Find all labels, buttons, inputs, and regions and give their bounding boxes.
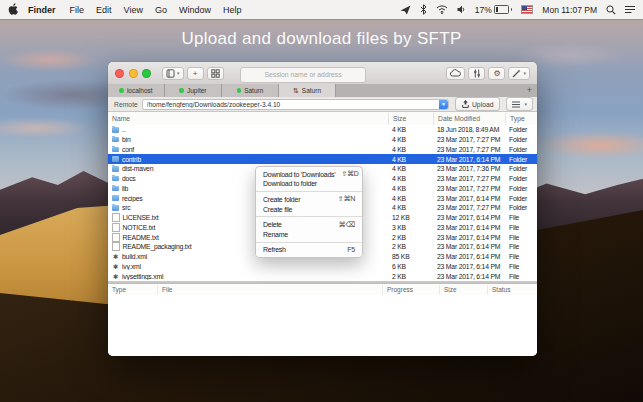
upload-button[interactable]: Upload <box>455 97 501 111</box>
menu-item-shortcut: F5 <box>347 246 355 253</box>
menu-clock[interactable]: Mon 11:07 PM <box>542 5 597 15</box>
tab-label: Saturn <box>244 87 263 94</box>
toolbar-right-buttons: ⚙ ▾ <box>443 67 530 80</box>
menu-separator <box>256 216 362 217</box>
table-row[interactable]: contrib4 KB23 Mar 2017, 6:14 PMFolder <box>108 154 537 164</box>
context-menu-item-refresh[interactable]: RefreshF5 <box>256 245 362 255</box>
notification-center-icon[interactable] <box>625 5 635 14</box>
bluetooth-icon[interactable] <box>420 4 427 15</box>
column-status[interactable]: Status <box>487 285 537 295</box>
table-row[interactable]: ✱ivysettings.xml2 KB23 Mar 2017, 6:14 PM… <box>108 271 537 281</box>
tab-saturn[interactable]: Saturn <box>222 84 279 97</box>
table-row[interactable]: bin4 KB23 Mar 2017, 7:27 PMFolder <box>108 135 537 145</box>
menu-item-file[interactable]: File <box>70 5 85 15</box>
cloud-button[interactable] <box>446 67 465 80</box>
menu-app-name[interactable]: Finder <box>28 5 56 15</box>
file-size-cell: 4 KB <box>388 126 433 133</box>
file-name: bin <box>122 136 130 143</box>
context-menu-item-create-file[interactable]: Create file <box>256 204 362 214</box>
spotlight-search-icon[interactable] <box>606 5 616 15</box>
connected-status-dot <box>119 88 124 93</box>
file-type-cell: Folder <box>505 156 537 163</box>
wifi-icon[interactable] <box>436 5 448 14</box>
minimize-button[interactable] <box>129 69 138 78</box>
column-progress[interactable]: Progress <box>382 285 439 295</box>
file-modified-cell: 23 Mar 2017, 7:27 PM <box>433 204 505 211</box>
file-modified-cell: 23 Mar 2017, 6:14 PM <box>433 214 505 221</box>
file-size-cell: 12 KB <box>388 214 433 221</box>
file-modified-cell: 23 Mar 2017, 7:27 PM <box>433 136 505 143</box>
transfer-table-body <box>108 295 537 356</box>
add-tab-button[interactable]: + <box>527 85 532 96</box>
search-input[interactable] <box>240 67 366 83</box>
file-name: lib <box>122 185 128 192</box>
menu-item-window[interactable]: Window <box>179 5 211 15</box>
hamburger-icon <box>512 101 520 108</box>
column-date-modified[interactable]: Date Modified <box>433 113 505 125</box>
folder-icon <box>112 156 119 162</box>
tab-jupiter[interactable]: Jupiter <box>165 84 222 97</box>
column-size[interactable]: Size <box>388 113 433 125</box>
list-options-button[interactable]: ▾ <box>506 97 533 111</box>
tools-wand-button[interactable]: ▾ <box>508 67 530 80</box>
battery-icon <box>494 5 509 14</box>
tab-localhost[interactable]: localhost <box>108 84 165 97</box>
zoom-button[interactable] <box>142 69 151 78</box>
sftp-app-window: ▾ + ⚙ ▾ localhostJupiterSaturn⇅Saturn + … <box>108 62 537 356</box>
file-icon <box>112 223 120 232</box>
context-menu-item-create-folder[interactable]: Create folder⇧⌘N <box>256 195 362 205</box>
file-name-cell: conf <box>108 146 388 153</box>
input-language-flag-icon[interactable] <box>521 5 533 14</box>
context-menu-item-download-to-folder[interactable]: Download to folder <box>256 179 362 189</box>
menu-item-label: Rename <box>263 231 288 238</box>
tab-label: localhost <box>127 87 153 94</box>
session-grid-button[interactable] <box>207 67 224 80</box>
file-name-cell: bin <box>108 136 388 143</box>
file-modified-cell: 23 Mar 2017, 7:27 PM <box>433 175 505 182</box>
menu-items: FileEditViewGoWindowHelp <box>58 5 242 15</box>
menu-item-view[interactable]: View <box>124 5 143 15</box>
apple-menu-icon[interactable] <box>8 3 19 17</box>
context-menu-item-download-to-downloads[interactable]: Download to 'Downloads'⇧⌘D <box>256 170 362 180</box>
context-menu-item-rename[interactable]: Rename <box>256 229 362 239</box>
chevron-down-icon: ▾ <box>523 70 526 76</box>
file-icon <box>112 233 120 242</box>
file-type-cell: File <box>505 263 537 270</box>
column-name[interactable]: Name <box>108 113 388 125</box>
menu-item-go[interactable]: Go <box>155 5 167 15</box>
tab-saturn[interactable]: ⇅Saturn <box>279 84 336 97</box>
upload-label: Upload <box>472 101 494 108</box>
table-row[interactable]: conf4 KB23 Mar 2017, 7:27 PMFolder <box>108 145 537 155</box>
file-name-cell: contrib <box>108 156 388 163</box>
settings-gear-button[interactable]: ⚙ <box>488 67 505 80</box>
send-icon[interactable] <box>400 5 411 15</box>
path-dropdown-button[interactable]: ▼ <box>439 100 448 109</box>
column-size[interactable]: Size <box>439 285 487 295</box>
file-type-cell: File <box>505 253 537 260</box>
file-size-cell: 4 KB <box>388 185 433 192</box>
column-file[interactable]: File <box>157 285 382 295</box>
file-size-cell: 4 KB <box>388 195 433 202</box>
menu-item-help[interactable]: Help <box>223 5 242 15</box>
context-menu-item-delete[interactable]: Delete⌘⌫ <box>256 220 362 230</box>
transfer-arrows-icon: ⇅ <box>293 87 299 94</box>
file-type-cell: Folder <box>505 195 537 202</box>
column-type[interactable]: Type <box>505 113 537 125</box>
table-row[interactable]: ✱ivy.xml6 KB23 Mar 2017, 6:14 PMFile <box>108 262 537 272</box>
sliders-button[interactable] <box>468 67 485 80</box>
file-size-cell: 4 KB <box>388 165 433 172</box>
new-session-button[interactable]: + <box>187 67 204 80</box>
table-row[interactable]: ..4 KB18 Jun 2018, 8:49 AMFolder <box>108 125 537 135</box>
menu-separator <box>256 191 362 192</box>
file-type-cell: File <box>505 214 537 221</box>
column-type[interactable]: Type <box>108 285 157 295</box>
menu-item-edit[interactable]: Edit <box>96 5 112 15</box>
remote-path-combo: ▼ <box>142 99 449 110</box>
bookmarks-button[interactable]: ▾ <box>162 67 184 80</box>
menu-item-shortcut: ⇧⌘N <box>338 195 355 203</box>
remote-path-input[interactable] <box>142 99 449 110</box>
volume-icon[interactable] <box>457 5 466 14</box>
close-button[interactable] <box>115 69 124 78</box>
file-size-cell: 4 KB <box>388 204 433 211</box>
battery-indicator[interactable]: 17% <box>475 5 513 15</box>
